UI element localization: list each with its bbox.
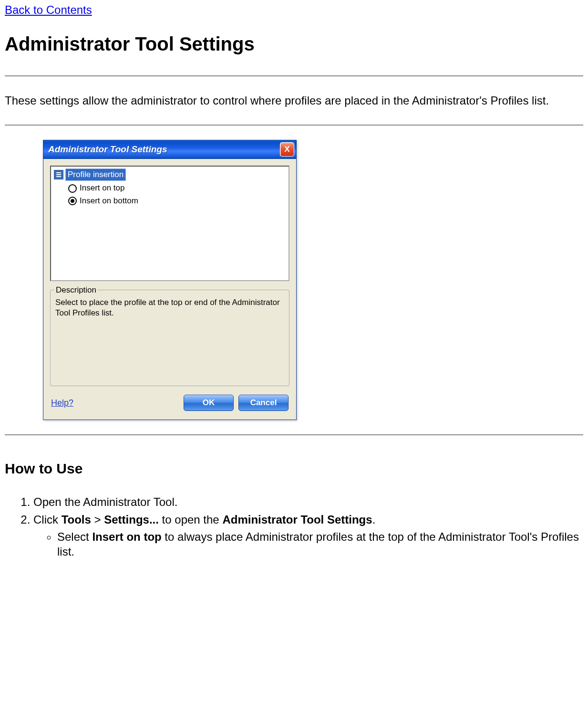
divider: [5, 75, 583, 76]
dialog-window: Administrator Tool Settings X Profile in…: [43, 140, 297, 420]
divider: [5, 125, 583, 126]
close-button[interactable]: X: [280, 142, 294, 157]
list-icon: [54, 170, 63, 179]
substep-1: Select Insert on top to always place Adm…: [57, 529, 583, 559]
settings-listbox[interactable]: Profile insertion Insert on top Insert o…: [50, 166, 289, 281]
steps-list: Open the Administrator Tool. Click Tools…: [5, 494, 583, 559]
sub1-prefix: Select: [57, 530, 92, 543]
step-2-gt: >: [91, 513, 104, 526]
step-2-suffix: .: [372, 513, 376, 526]
list-header-text: Profile insertion: [65, 168, 126, 181]
description-groupbox: Description Select to place the profile …: [50, 290, 289, 386]
radio-icon-selected: [68, 197, 77, 205]
dialog-title: Administrator Tool Settings: [48, 144, 167, 156]
close-icon: X: [284, 144, 289, 155]
description-text: Select to place the profile at the top o…: [55, 297, 284, 318]
dialog-button-row: Help? OK Cancel: [50, 395, 289, 413]
list-header[interactable]: Profile insertion: [54, 168, 286, 181]
dialog-screenshot: Administrator Tool Settings X Profile in…: [43, 140, 583, 420]
step-2-mid: to open the: [159, 513, 222, 526]
dialog-titlebar: Administrator Tool Settings X: [43, 140, 296, 159]
help-link[interactable]: Help?: [51, 398, 73, 409]
page-title: Administrator Tool Settings: [5, 32, 583, 56]
step-2-text: Click: [33, 513, 62, 526]
sub1-bold: Insert on top: [92, 530, 161, 543]
substeps-list: Select Insert on top to always place Adm…: [33, 529, 583, 559]
step-1: Open the Administrator Tool.: [33, 494, 583, 509]
back-to-contents-link[interactable]: Back to Contents: [5, 2, 92, 17]
description-label: Description: [54, 285, 98, 295]
cancel-button[interactable]: Cancel: [238, 395, 289, 411]
radio-insert-on-bottom[interactable]: Insert on bottom: [68, 196, 286, 206]
dialog-buttons: OK Cancel: [184, 395, 289, 411]
ok-button[interactable]: OK: [184, 395, 234, 411]
step-2-settings: Settings...: [104, 513, 159, 526]
how-to-use-heading: How to Use: [5, 459, 583, 478]
radio-insert-on-top[interactable]: Insert on top: [68, 183, 286, 193]
step-2-ats: Administrator Tool Settings: [222, 513, 372, 526]
divider: [5, 434, 583, 435]
intro-paragraph: These settings allow the administrator t…: [5, 93, 583, 108]
step-2: Click Tools > Settings... to open the Ad…: [33, 512, 583, 559]
radio-label: Insert on bottom: [80, 196, 138, 206]
step-2-tools: Tools: [62, 513, 91, 526]
radio-label: Insert on top: [80, 183, 125, 193]
radio-icon: [68, 184, 77, 193]
dialog-body: Profile insertion Insert on top Insert o…: [43, 159, 296, 420]
